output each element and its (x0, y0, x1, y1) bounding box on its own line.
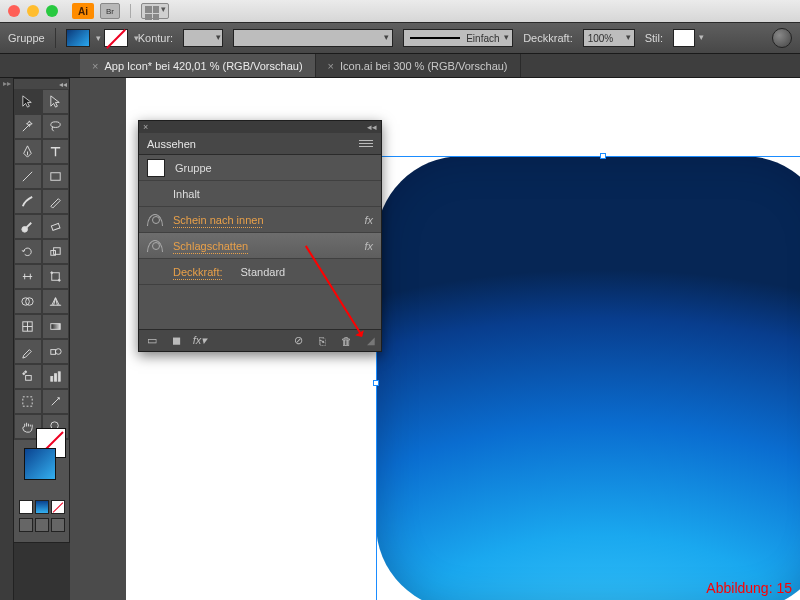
selection-type-label: Gruppe (8, 32, 45, 44)
color-mode-button[interactable] (19, 500, 33, 514)
fill-swatch[interactable]: ▾ (66, 29, 90, 47)
gradient-mode-button[interactable] (35, 500, 49, 514)
close-window-button[interactable] (8, 5, 20, 17)
eyedropper-tool[interactable] (14, 339, 42, 364)
scale-tool[interactable] (42, 239, 70, 264)
perspective-grid-tool[interactable] (42, 289, 70, 314)
window-titlebar: Ai Br (0, 0, 800, 22)
opacity-link[interactable]: Deckkraft: (173, 266, 223, 278)
bridge-button[interactable]: Br (100, 3, 120, 19)
blend-tool[interactable] (42, 339, 70, 364)
contents-label: Inhalt (173, 188, 200, 200)
drawing-mode-behind[interactable] (35, 518, 49, 532)
column-graph-tool[interactable] (42, 364, 70, 389)
fx-badge-icon: fx (364, 240, 373, 252)
close-panel-icon[interactable]: × (143, 122, 148, 132)
svg-rect-1 (51, 173, 60, 181)
magic-wand-tool[interactable] (14, 114, 42, 139)
appearance-panel: × ◂◂ Aussehen Gruppe Inhalt Schein nach … (138, 120, 382, 352)
stroke-weight-field[interactable] (183, 29, 223, 47)
symbol-sprayer-tool[interactable] (14, 364, 42, 389)
eraser-tool[interactable] (42, 214, 70, 239)
selection-handle[interactable] (373, 380, 379, 386)
clear-appearance-button[interactable]: ⊘ (291, 334, 305, 348)
drawing-mode-normal[interactable] (19, 518, 33, 532)
line-segment-tool[interactable] (14, 164, 42, 189)
document-tab-label: App Icon* bei 420,01 % (RGB/Vorschau) (104, 60, 302, 72)
target-thumbnail (147, 159, 165, 177)
effect-link[interactable]: Schlagschatten (173, 240, 248, 252)
svg-rect-3 (51, 223, 60, 230)
panel-menu-icon[interactable] (359, 140, 373, 147)
zoom-window-button[interactable] (46, 5, 58, 17)
shape-builder-tool[interactable] (14, 289, 42, 314)
selection-handle[interactable] (600, 153, 606, 159)
document-setup-button[interactable] (772, 28, 792, 48)
type-tool[interactable] (42, 139, 70, 164)
lasso-tool[interactable] (42, 114, 70, 139)
svg-point-16 (23, 373, 25, 375)
brush-definition[interactable]: Einfach (403, 29, 513, 47)
free-transform-tool[interactable] (42, 264, 70, 289)
document-tabstrip: × App Icon* bei 420,01 % (RGB/Vorschau) … (0, 54, 800, 78)
document-tab[interactable]: × Icon.ai bei 300 % (RGB/Vorschau) (316, 54, 521, 77)
pencil-tool[interactable] (42, 189, 70, 214)
direct-selection-tool[interactable] (42, 89, 70, 114)
visibility-toggle-icon[interactable] (147, 240, 163, 252)
close-tab-icon[interactable]: × (328, 60, 334, 72)
visibility-toggle-icon[interactable] (147, 214, 163, 226)
effect-link[interactable]: Schein nach innen (173, 214, 264, 226)
opacity-field[interactable]: 100% (583, 29, 635, 47)
fill-stroke-controls (14, 439, 69, 542)
rectangle-tool[interactable] (42, 164, 70, 189)
variable-width-profile[interactable] (233, 29, 393, 47)
panel-tab-appearance[interactable]: Aussehen (147, 138, 196, 150)
artwork-app-icon[interactable] (376, 156, 800, 600)
svg-point-17 (25, 371, 27, 373)
none-mode-button[interactable] (51, 500, 65, 514)
selection-tool[interactable] (14, 89, 42, 114)
add-effect-button[interactable]: fx▾ (193, 334, 207, 348)
svg-rect-15 (26, 376, 32, 381)
document-tab-label: Icon.ai bei 300 % (RGB/Vorschau) (340, 60, 508, 72)
stroke-swatch[interactable]: ▾ (104, 29, 128, 47)
panel-footer: ▭ ◼ fx▾ ⊘ ⎘ 🗑 ◢ (139, 329, 381, 351)
document-tab[interactable]: × App Icon* bei 420,01 % (RGB/Vorschau) (80, 54, 316, 77)
minimize-window-button[interactable] (27, 5, 39, 17)
rotate-tool[interactable] (14, 239, 42, 264)
svg-rect-12 (51, 324, 60, 330)
artboard-tool[interactable] (14, 389, 42, 414)
workspace-switcher[interactable] (141, 3, 169, 19)
tools-panel: ◂◂ (14, 78, 70, 543)
new-stroke-button[interactable]: ▭ (145, 334, 159, 348)
duplicate-item-button[interactable]: ⎘ (315, 334, 329, 348)
stroke-label: Kontur: (138, 32, 173, 44)
svg-point-7 (51, 272, 53, 274)
collapse-panel-icon[interactable]: ◂◂ (367, 122, 377, 132)
slice-tool[interactable] (42, 389, 70, 414)
pen-tool[interactable] (14, 139, 42, 164)
appearance-effect-row[interactable]: Schein nach innen fx (139, 207, 381, 233)
target-label: Gruppe (175, 162, 212, 174)
dock-rail: ▸▸ (0, 78, 14, 600)
drawing-mode-inside[interactable] (51, 518, 65, 532)
close-tab-icon[interactable]: × (92, 60, 98, 72)
blob-brush-tool[interactable] (14, 214, 42, 239)
mesh-tool[interactable] (14, 314, 42, 339)
resize-grip-icon[interactable]: ◢ (367, 335, 375, 346)
gradient-tool[interactable] (42, 314, 70, 339)
appearance-contents-row[interactable]: Inhalt (139, 181, 381, 207)
svg-rect-18 (51, 377, 53, 382)
svg-rect-19 (54, 374, 56, 382)
new-fill-button[interactable]: ◼ (169, 334, 183, 348)
delete-item-button[interactable]: 🗑 (339, 334, 353, 348)
appearance-opacity-row[interactable]: Deckkraft: Standard (139, 259, 381, 285)
appearance-effect-row[interactable]: Schlagschatten fx (139, 233, 381, 259)
collapse-tools-icon[interactable]: ◂◂ (14, 79, 69, 89)
graphic-style-swatch[interactable] (673, 29, 695, 47)
expand-dock-icon[interactable]: ▸▸ (0, 78, 13, 88)
paintbrush-tool[interactable] (14, 189, 42, 214)
traffic-lights (8, 5, 58, 17)
fill-color-control[interactable] (24, 448, 56, 480)
width-tool[interactable] (14, 264, 42, 289)
